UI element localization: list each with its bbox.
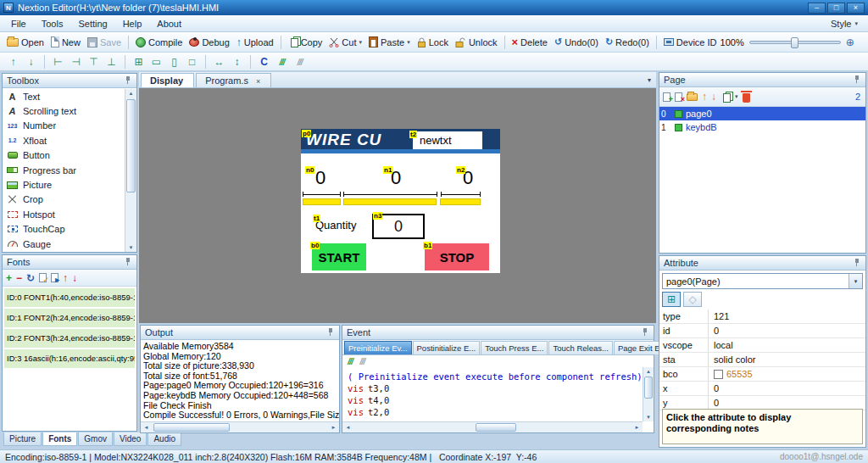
close-button[interactable]: × bbox=[847, 3, 865, 14]
attribute-row-id[interactable]: id 0 bbox=[659, 324, 865, 338]
color-swatch[interactable] bbox=[714, 370, 723, 379]
scroll-right-icon[interactable]: ► bbox=[328, 425, 339, 430]
align-bottom-button[interactable]: ⊥ bbox=[103, 54, 120, 70]
design-progress-bar[interactable] bbox=[303, 198, 341, 205]
pin-icon[interactable] bbox=[642, 328, 649, 337]
tab-fonts[interactable]: Fonts bbox=[42, 432, 77, 446]
toolbox-item-picture[interactable]: Picture bbox=[3, 177, 125, 192]
component-selector-dropdown[interactable]: page0(Page) ▾ bbox=[662, 273, 863, 289]
open-button[interactable]: Open bbox=[3, 36, 47, 49]
page-list-item-page0[interactable]: 0 page0 bbox=[659, 107, 865, 120]
scroll-down-icon[interactable]: ▼ bbox=[129, 243, 134, 252]
tab-list-dropdown-icon[interactable]: ▾ bbox=[648, 76, 651, 84]
tab-touch-press-event[interactable]: Touch Press E... bbox=[481, 341, 548, 354]
font-list-item[interactable]: ID:3 16ascii(h:16,encode:ascii,qty:95, bbox=[4, 349, 135, 368]
scrollbar-thumb[interactable] bbox=[476, 423, 516, 432]
tab-postinitialize-event[interactable]: Postinitialize E... bbox=[413, 341, 481, 354]
toolbox-item-number[interactable]: 123Number bbox=[3, 119, 125, 133]
font-list-item[interactable]: ID:2 FONT3(h:24,encode:iso-8859-1, bbox=[4, 329, 135, 348]
event-code-editor[interactable]: ( Preinitialize event execute before com… bbox=[342, 367, 643, 421]
attribute-misc-button[interactable]: ◇ bbox=[683, 292, 702, 307]
tab-picture[interactable]: Picture bbox=[3, 432, 42, 446]
save-button[interactable]: Save bbox=[84, 36, 125, 49]
insert-page-button[interactable] bbox=[687, 93, 698, 101]
menu-setting[interactable]: Setting bbox=[70, 17, 114, 31]
export-font-button[interactable]: ► bbox=[51, 273, 58, 282]
align-right-button[interactable]: ⊣ bbox=[68, 54, 84, 70]
font-down-button[interactable]: ↓ bbox=[72, 273, 77, 283]
comment-code-button[interactable]: /// bbox=[348, 356, 353, 366]
hmi-page-canvas[interactable]: p0 WIRE CU newtxt t2 n0 0 n1 0 n2 0 t1 Q… bbox=[301, 129, 500, 273]
attribute-row-x[interactable]: x 0 bbox=[659, 382, 865, 396]
close-tab-icon[interactable]: × bbox=[256, 77, 260, 86]
remove-font-button[interactable]: − bbox=[16, 273, 22, 283]
toolbox-scrollbar[interactable]: ▲ ▼ bbox=[125, 89, 136, 252]
menu-file[interactable]: File bbox=[3, 17, 34, 31]
minimize-button[interactable]: – bbox=[808, 3, 826, 14]
design-progress-bar[interactable] bbox=[343, 198, 437, 205]
tab-program-s[interactable]: Program.s × bbox=[196, 73, 271, 87]
scroll-up-icon[interactable]: ▲ bbox=[129, 89, 134, 98]
tab-preinitialize-event[interactable]: Preinitialize Ev... bbox=[344, 341, 412, 354]
compile-button[interactable]: Compile bbox=[132, 36, 186, 49]
page-list-item-keybdB[interactable]: 1 keybdB bbox=[659, 120, 865, 134]
toolbox-item-scrolling-text[interactable]: AScrolling text bbox=[3, 103, 125, 118]
uncomment-code-button[interactable]: /// bbox=[359, 356, 364, 366]
upload-button[interactable]: ↑ Upload bbox=[233, 35, 277, 50]
unlock-button[interactable]: Unlock bbox=[452, 36, 501, 49]
page-menu-dropdown-icon[interactable]: ▾ bbox=[735, 93, 738, 100]
align-top-button[interactable]: ⊤ bbox=[86, 54, 102, 70]
toolbox-item-crop[interactable]: Crop bbox=[3, 192, 125, 207]
toolbox-item-progress-bar[interactable]: Progress bar bbox=[3, 163, 125, 177]
attribute-row-bco[interactable]: bco 65535 bbox=[659, 367, 865, 382]
grid-button[interactable]: ⊞ bbox=[131, 54, 147, 70]
design-start-button[interactable]: START bbox=[312, 243, 366, 271]
maximize-button[interactable]: □ bbox=[827, 3, 845, 14]
categorize-attributes-button[interactable]: ⊞ bbox=[662, 292, 681, 307]
pin-icon[interactable] bbox=[854, 259, 861, 267]
attribute-row-sta[interactable]: sta solid color bbox=[659, 353, 865, 367]
toolbox-item-xfloat[interactable]: 1.2Xfloat bbox=[3, 133, 125, 148]
page-up-button[interactable]: ↑ bbox=[702, 92, 707, 102]
toolbox-item-button[interactable]: Button bbox=[3, 148, 125, 163]
design-stop-button[interactable]: STOP bbox=[425, 243, 489, 271]
new-button[interactable]: New bbox=[47, 35, 84, 49]
move-down-button[interactable]: ↓ bbox=[23, 54, 39, 70]
tab-video[interactable]: Video bbox=[114, 432, 147, 446]
design-number-n0[interactable]: 0 bbox=[315, 168, 326, 187]
pin-icon[interactable] bbox=[854, 75, 861, 84]
output-horizontal-scrollbar[interactable]: ◄ ► bbox=[141, 421, 339, 432]
design-progress-bar[interactable] bbox=[440, 198, 481, 205]
paste-button[interactable]: Paste ▾ bbox=[365, 35, 414, 49]
undo-button[interactable]: ↺ Undo(0) bbox=[551, 35, 602, 49]
edit-font-button[interactable]: ✓ bbox=[39, 273, 47, 282]
scroll-left-icon[interactable]: ◄ bbox=[342, 425, 353, 430]
scroll-left-icon[interactable]: ◄ bbox=[141, 425, 152, 430]
toolbox-item-touchcap[interactable]: TouchCap bbox=[3, 222, 125, 237]
pin-icon[interactable] bbox=[125, 258, 132, 266]
same-size-button[interactable]: □ bbox=[184, 54, 200, 70]
pin-icon[interactable] bbox=[125, 76, 132, 85]
style-menu[interactable]: Style ▾ bbox=[824, 17, 865, 31]
cut-button[interactable]: Cut ▾ bbox=[326, 36, 365, 49]
scrollbar-thumb[interactable] bbox=[644, 377, 653, 399]
same-height-button[interactable]: ▯ bbox=[166, 54, 182, 70]
move-up-button[interactable]: ↑ bbox=[5, 54, 21, 70]
design-canvas-area[interactable]: p0 WIRE CU newtxt t2 n0 0 n1 0 n2 0 t1 Q… bbox=[139, 88, 656, 323]
refresh-fonts-button[interactable]: ↻ bbox=[26, 273, 35, 283]
design-text-component-newtxt[interactable]: newtxt bbox=[413, 131, 482, 149]
design-quantity-label[interactable]: Quantity bbox=[315, 219, 356, 232]
scroll-down-icon[interactable]: ▼ bbox=[646, 413, 651, 421]
same-width-button[interactable]: ▭ bbox=[148, 54, 164, 70]
menu-tools[interactable]: Tools bbox=[34, 17, 71, 31]
font-list-item[interactable]: ID:1 FONT2(h:24,encode:iso-8859-1, bbox=[4, 309, 135, 327]
scroll-right-icon[interactable]: ► bbox=[632, 425, 643, 430]
event-vertical-scrollbar[interactable]: ▲ ▼ bbox=[643, 367, 654, 421]
uncomment-button[interactable]: /// bbox=[292, 54, 308, 70]
menu-about[interactable]: About bbox=[149, 17, 189, 31]
delete-button[interactable]: × Delete bbox=[509, 36, 551, 49]
add-page-button[interactable]: + bbox=[663, 92, 670, 102]
tab-display[interactable]: Display bbox=[141, 73, 194, 87]
tab-audio[interactable]: Audio bbox=[147, 432, 181, 446]
attribute-row-type[interactable]: type 121 bbox=[659, 310, 865, 324]
